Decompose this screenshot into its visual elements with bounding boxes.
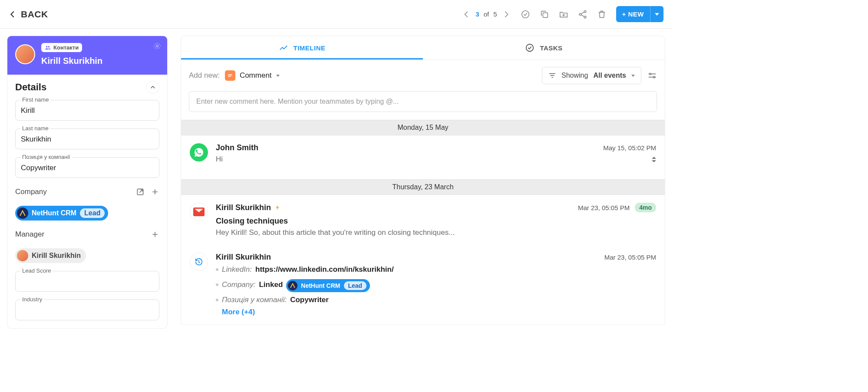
position-field: Позиція у компанії	[15, 157, 159, 178]
new-button-label[interactable]: + NEW	[616, 6, 650, 22]
entry-text: Hi	[216, 155, 223, 164]
svg-point-5	[46, 46, 48, 47]
lead-score-field: Lead Score	[15, 271, 159, 292]
mark-done-icon[interactable]	[521, 10, 530, 19]
folder-name: Контакти	[53, 44, 79, 51]
move-folder-icon[interactable]	[559, 10, 568, 19]
share-icon[interactable]	[578, 10, 587, 19]
back-label: BACK	[21, 9, 48, 20]
details-title: Details	[15, 82, 46, 93]
folder-pill[interactable]: Контакти	[41, 43, 82, 52]
main-tabs: TIMELINE TASKS	[181, 36, 665, 60]
entry-time: May 15, 05:02 PM	[603, 144, 656, 152]
last-name-input[interactable]	[15, 128, 159, 149]
entry-time: Mar 23, 05:05 PM	[578, 204, 630, 211]
manager-pill[interactable]: Kirill Skurikhin	[15, 248, 86, 263]
email-icon	[190, 203, 208, 221]
pager-next[interactable]	[502, 10, 511, 19]
position-input[interactable]	[15, 157, 159, 178]
new-button[interactable]: + NEW	[616, 6, 663, 22]
contact-header: Контакти Kirill Skurikhin	[7, 36, 167, 75]
first-name-input[interactable]	[15, 100, 159, 121]
back-button[interactable]: BACK	[9, 9, 48, 20]
whatsapp-icon	[190, 143, 208, 161]
first-name-label: First name	[20, 96, 50, 103]
comment-icon	[225, 70, 235, 81]
nethunt-icon	[17, 208, 28, 219]
copy-icon[interactable]	[540, 10, 549, 19]
entry-author: Kirill Skurikhin	[216, 253, 271, 262]
contacts-folder-icon	[45, 45, 51, 51]
details-collapse[interactable]	[146, 81, 159, 94]
manager-label: Manager	[15, 230, 44, 239]
timeline-entry-whatsapp: John Smith May 15, 05:02 PM Hi	[181, 135, 665, 171]
company-group-head: Company	[15, 188, 159, 196]
manager-group-head: Manager	[15, 230, 159, 239]
filter-showing: Showing	[561, 72, 588, 79]
nethunt-icon	[288, 281, 297, 290]
comment-input[interactable]: Enter new comment here. Mention your tea…	[189, 91, 657, 112]
entry-subject: Closing techniques	[216, 217, 656, 226]
new-button-dropdown[interactable]	[650, 6, 663, 22]
svg-point-6	[48, 46, 50, 47]
svg-point-10	[650, 73, 651, 75]
pager-of: of	[484, 10, 489, 18]
pager-total: 5	[493, 10, 497, 18]
filter-value: All events	[593, 72, 626, 79]
entry-author: John Smith	[216, 143, 258, 152]
add-bar: Add new: Comment Showing All events	[181, 60, 665, 91]
last-name-label: Last name	[20, 125, 50, 132]
main-panel: TIMELINE TASKS Add new: Comment Showing	[181, 36, 665, 325]
entry-snippet: Hey Kirill! So, about this article that …	[216, 228, 656, 237]
contact-avatar	[15, 44, 35, 64]
record-pager: 3 of 5	[462, 10, 511, 19]
add-comment-label: Comment	[240, 71, 272, 80]
lead-score-input[interactable]	[15, 271, 159, 292]
industry-input[interactable]	[15, 300, 159, 320]
add-comment-chip[interactable]: Comment	[225, 70, 280, 81]
contact-name: Kirill Skurikhin	[41, 56, 102, 66]
add-new-label: Add new:	[189, 71, 220, 80]
lead-score-label: Lead Score	[20, 267, 53, 274]
manager-name: Kirill Skurikhin	[32, 252, 81, 260]
delete-icon[interactable]	[597, 10, 607, 19]
expand-toggle[interactable]	[652, 157, 656, 162]
company-tag: Lead	[80, 208, 105, 218]
more-changes-link[interactable]: More (+4)	[222, 308, 255, 316]
chevron-down-icon	[276, 75, 280, 77]
industry-label: Industry	[20, 296, 44, 303]
contact-sidebar: Контакти Kirill Skurikhin Details First …	[7, 36, 168, 329]
events-filter[interactable]: Showing All events	[542, 67, 641, 84]
svg-point-9	[526, 44, 534, 52]
timeline-icon	[279, 43, 288, 53]
company-pill[interactable]: NetHunt CRM Lead	[15, 206, 108, 221]
svg-rect-1	[543, 13, 548, 17]
pager-prev[interactable]	[462, 10, 471, 19]
last-name-field: Last name	[15, 128, 159, 149]
open-external-icon[interactable]	[136, 188, 145, 196]
manager-avatar	[17, 250, 28, 261]
entry-time: Mar 23, 05:05 PM	[604, 254, 656, 261]
tab-tasks[interactable]: TASKS	[423, 36, 665, 59]
filter-icon	[548, 72, 556, 79]
change-row: Company: Linked NetHunt CRM Lead	[216, 277, 656, 292]
contact-settings-icon[interactable]	[153, 42, 161, 52]
add-manager-icon[interactable]	[151, 230, 159, 239]
tab-timeline[interactable]: TIMELINE	[181, 36, 423, 59]
topbar: BACK 3 of 5 + NEW	[0, 0, 672, 29]
chevron-down-icon	[631, 75, 635, 77]
add-company-icon[interactable]	[151, 188, 159, 196]
entry-age-badge: 4mo	[635, 203, 656, 212]
pager-current: 3	[475, 10, 479, 18]
change-row: Позиція у компанії: Copywriter	[216, 296, 656, 304]
industry-field: Industry	[15, 300, 159, 320]
tasks-icon	[525, 43, 535, 53]
svg-point-11	[653, 76, 655, 78]
timeline-settings-icon[interactable]	[647, 71, 657, 80]
company-pill[interactable]: NetHunt CRM Lead	[286, 279, 370, 292]
chevron-up-icon	[150, 84, 156, 90]
entry-author: Kirill Skurikhin	[216, 203, 271, 212]
company-label: Company	[15, 188, 47, 196]
company-name: NetHunt CRM	[32, 209, 76, 217]
date-separator: Thursday, 23 March	[181, 179, 665, 195]
